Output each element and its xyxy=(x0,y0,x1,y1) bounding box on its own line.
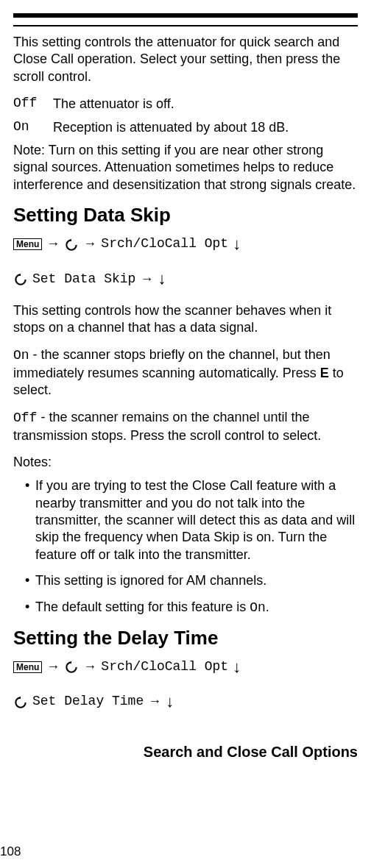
arrow-right-icon: → xyxy=(46,233,60,255)
data-skip-on: On - the scanner stops briefly on the ch… xyxy=(13,346,358,399)
nav-data-skip: Menu → → Srch/CloCall Opt ↓ Set Data Ski… xyxy=(13,231,358,291)
key-e: E xyxy=(320,366,329,380)
data-skip-off-desc: - the scanner remains on the channel unt… xyxy=(13,410,321,442)
nav-set-delay-time: Set Delay Time xyxy=(32,691,144,712)
arrow-down-icon: ↓ xyxy=(166,689,174,714)
notes-label: Notes: xyxy=(13,455,358,470)
heading-data-skip: Setting Data Skip xyxy=(13,204,358,227)
scroll-icon xyxy=(64,656,79,677)
arrow-down-icon: ↓ xyxy=(233,231,241,257)
page-number: 108 xyxy=(0,844,21,859)
nav-delay-time: Menu → → Srch/CloCall Opt ↓ Set Delay Ti… xyxy=(13,654,358,714)
list-item: If you are trying to test the Close Call… xyxy=(25,477,358,563)
arrow-down-icon: ↓ xyxy=(158,266,166,291)
note-default-value: On xyxy=(250,600,266,615)
option-on-row: On Reception is attenuated by about 18 d… xyxy=(13,119,358,136)
option-off-label: Off xyxy=(13,96,46,110)
list-item: This setting is ignored for AM channels. xyxy=(25,572,358,589)
scroll-icon xyxy=(64,233,79,255)
data-skip-on-desc: - the scanner stops briefly on the chann… xyxy=(13,347,331,380)
arrow-right-icon: → xyxy=(83,233,96,255)
option-off-desc: The attenuator is off. xyxy=(53,96,174,113)
option-on-label: On xyxy=(13,119,46,134)
intro-paragraph: This setting controls the attenuator for… xyxy=(13,34,358,85)
arrow-right-icon: → xyxy=(46,656,60,677)
nav-srch-opt: Srch/CloCall Opt xyxy=(101,233,228,255)
data-skip-intro: This setting controls how the scanner be… xyxy=(13,302,358,337)
footer-section-title: Search and Close Call Options xyxy=(13,744,358,761)
heading-delay-time: Setting the Delay Time xyxy=(13,627,358,650)
arrow-down-icon: ↓ xyxy=(233,654,241,680)
data-skip-on-label: On xyxy=(13,348,29,363)
notes-list: If you are trying to test the Close Call… xyxy=(13,477,358,616)
menu-button-icon: Menu xyxy=(13,661,42,673)
list-item: The default setting for this feature is … xyxy=(25,599,358,616)
note-default-suffix: . xyxy=(266,600,269,614)
top-rule-thin xyxy=(13,25,358,26)
note-default-prefix: The default setting for this feature is xyxy=(35,600,250,614)
nav-srch-opt: Srch/CloCall Opt xyxy=(101,656,228,677)
menu-button-icon: Menu xyxy=(13,238,42,250)
top-rule-thick xyxy=(13,13,358,18)
scroll-icon xyxy=(13,691,28,712)
attenuator-note: Note: Turn on this setting if you are ne… xyxy=(13,142,358,193)
nav-set-data-skip: Set Data Skip xyxy=(32,268,135,290)
data-skip-off: Off - the scanner remains on the channel… xyxy=(13,409,358,444)
scroll-icon xyxy=(13,268,28,290)
arrow-right-icon: → xyxy=(140,268,153,290)
arrow-right-icon: → xyxy=(148,691,161,712)
data-skip-off-label: Off xyxy=(13,410,37,425)
arrow-right-icon: → xyxy=(83,656,96,677)
option-off-row: Off The attenuator is off. xyxy=(13,96,358,113)
option-on-desc: Reception is attenuated by about 18 dB. xyxy=(53,119,289,136)
